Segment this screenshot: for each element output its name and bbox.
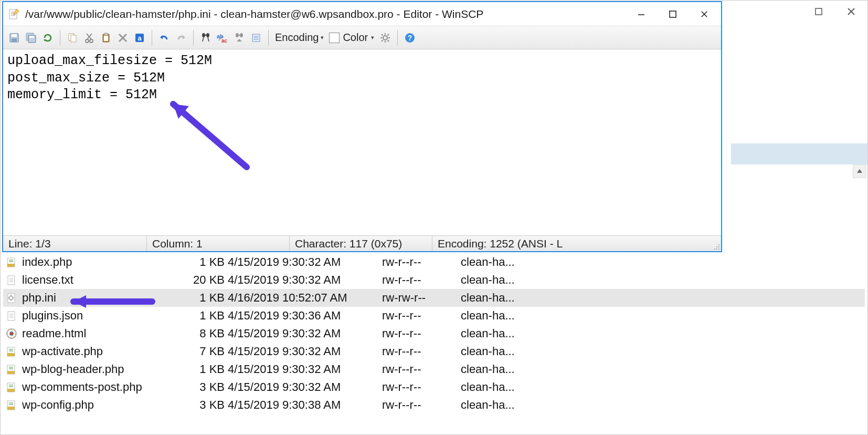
file-row[interactable]: index.php1 KB4/15/2019 9:30:32 AMrw-r--r… — [3, 253, 865, 271]
svg-text:a: a — [137, 34, 142, 42]
file-rights: rw-r--r-- — [382, 398, 461, 412]
svg-point-50 — [383, 36, 387, 40]
file-type-icon — [5, 345, 18, 358]
delete-button[interactable] — [115, 30, 131, 46]
file-size: 1 KB — [186, 291, 228, 305]
toolbar-separator — [268, 30, 269, 46]
select-all-button[interactable]: a — [132, 30, 147, 46]
file-type-icon — [5, 274, 18, 286]
file-type-icon — [5, 292, 18, 304]
save-button[interactable] — [6, 30, 22, 46]
file-row[interactable]: readme.html8 KB4/15/2019 9:30:32 AMrw-r-… — [3, 325, 865, 343]
file-date: 4/15/2019 9:30:32 AM — [228, 255, 382, 269]
svg-rect-44 — [238, 35, 240, 36]
toolbar-separator — [397, 30, 398, 46]
status-bar: Line: 1/3 Column: 1 Character: 117 (0x75… — [3, 235, 721, 251]
file-owner: clean-ha... — [461, 291, 545, 305]
svg-point-23 — [90, 39, 93, 43]
redo-button[interactable] — [173, 30, 189, 46]
svg-rect-103 — [7, 407, 15, 410]
file-owner: clean-ha... — [461, 345, 545, 358]
cut-button[interactable] — [81, 30, 97, 46]
file-date: 4/15/2019 9:30:38 AM — [228, 398, 382, 412]
svg-line-39 — [208, 37, 209, 42]
svg-point-66 — [718, 248, 719, 250]
file-date: 4/16/2019 10:52:07 AM — [228, 291, 382, 305]
resize-grip[interactable] — [710, 236, 721, 251]
file-name: wp-activate.php — [22, 345, 186, 358]
status-column: Column: 1 — [147, 236, 290, 251]
file-name: php.ini — [22, 291, 186, 305]
copy-button[interactable] — [65, 30, 80, 46]
replace-button[interactable]: abac — [215, 30, 230, 46]
file-list[interactable]: index.php1 KB4/15/2019 9:30:32 AMrw-r--r… — [3, 253, 865, 435]
file-type-icon — [5, 363, 18, 376]
svg-rect-0 — [816, 8, 822, 15]
svg-point-62 — [716, 246, 717, 247]
find-next-button[interactable] — [231, 30, 247, 46]
svg-line-57 — [388, 34, 389, 36]
svg-rect-99 — [7, 389, 15, 392]
file-row[interactable]: wp-blog-header.php1 KB4/15/2019 9:30:32 … — [3, 360, 865, 378]
file-row[interactable]: plugins.json1 KB4/15/2019 9:30:36 AMrw-r… — [3, 307, 865, 325]
color-dropdown[interactable]: Color ▾ — [327, 32, 376, 44]
svg-point-89 — [10, 332, 13, 335]
file-row[interactable]: wp-activate.php7 KB4/15/2019 9:30:32 AMr… — [3, 343, 865, 360]
file-row[interactable]: license.txt20 KB4/15/2019 9:30:32 AMrw-r… — [3, 271, 865, 289]
file-row[interactable]: wp-config.php3 KB4/15/2019 9:30:38 AMrw-… — [3, 396, 865, 414]
file-type-icon — [5, 256, 18, 268]
svg-rect-14 — [12, 34, 17, 37]
file-name: license.txt — [22, 273, 186, 287]
file-name: wp-config.php — [22, 398, 186, 412]
bg-scroll-up-button[interactable] — [853, 164, 866, 178]
find-button[interactable] — [198, 30, 214, 46]
file-rights: rw-r--r-- — [382, 345, 461, 358]
file-rights: rw-r--r-- — [382, 380, 461, 394]
bg-close-button[interactable] — [835, 1, 867, 23]
file-size: 3 KB — [186, 398, 228, 412]
status-character: Character: 117 (0x75) — [290, 236, 432, 251]
bg-maximize-button[interactable] — [802, 1, 835, 23]
reload-button[interactable] — [40, 30, 56, 46]
maximize-button[interactable] — [657, 3, 689, 25]
file-date: 4/15/2019 9:30:32 AM — [228, 345, 382, 358]
toolbar-separator — [152, 30, 152, 46]
file-row[interactable]: wp-comments-post.php3 KB4/15/2019 9:30:3… — [3, 378, 865, 396]
file-owner: clean-ha... — [461, 398, 545, 412]
file-date: 4/15/2019 9:30:32 AM — [228, 327, 382, 340]
help-button[interactable]: ? — [402, 30, 418, 46]
dropdown-arrow-icon: ▾ — [321, 34, 324, 41]
bg-window-controls — [721, 1, 867, 25]
save-all-button[interactable] — [23, 30, 39, 46]
editor-titlebar[interactable]: /var/www/public/clean-hamster/php.ini - … — [3, 2, 721, 26]
svg-point-61 — [718, 244, 719, 245]
file-size: 1 KB — [186, 309, 228, 323]
encoding-dropdown[interactable]: Encoding ▾ — [273, 32, 326, 44]
close-button[interactable] — [689, 3, 720, 25]
svg-rect-91 — [7, 353, 15, 356]
svg-line-58 — [382, 40, 383, 42]
svg-text:ac: ac — [221, 38, 228, 44]
color-swatch — [329, 33, 340, 43]
toolbar-separator — [193, 30, 194, 46]
file-row[interactable]: php.ini1 KB4/16/2019 10:52:07 AMrw-rw-r-… — [3, 289, 865, 307]
file-size: 8 KB — [186, 327, 228, 340]
svg-rect-95 — [7, 371, 15, 374]
editor-content[interactable]: upload_max_filesize = 512M post_max_size… — [3, 49, 721, 107]
file-type-icon — [5, 327, 18, 340]
svg-point-63 — [718, 246, 719, 247]
paste-button[interactable] — [98, 30, 114, 46]
undo-button[interactable] — [156, 30, 172, 46]
goto-button[interactable] — [248, 30, 264, 46]
minimize-button[interactable] — [626, 3, 657, 25]
status-line: Line: 1/3 — [3, 236, 147, 251]
preferences-button[interactable] — [377, 30, 393, 46]
svg-rect-27 — [104, 33, 108, 35]
file-size: 20 KB — [186, 273, 228, 287]
editor-text-area[interactable]: upload_max_filesize = 512M post_max_size… — [3, 49, 721, 235]
svg-marker-45 — [237, 39, 242, 42]
color-label: Color — [343, 32, 368, 44]
svg-rect-15 — [12, 38, 17, 42]
svg-line-55 — [382, 34, 383, 36]
svg-line-38 — [203, 37, 204, 42]
